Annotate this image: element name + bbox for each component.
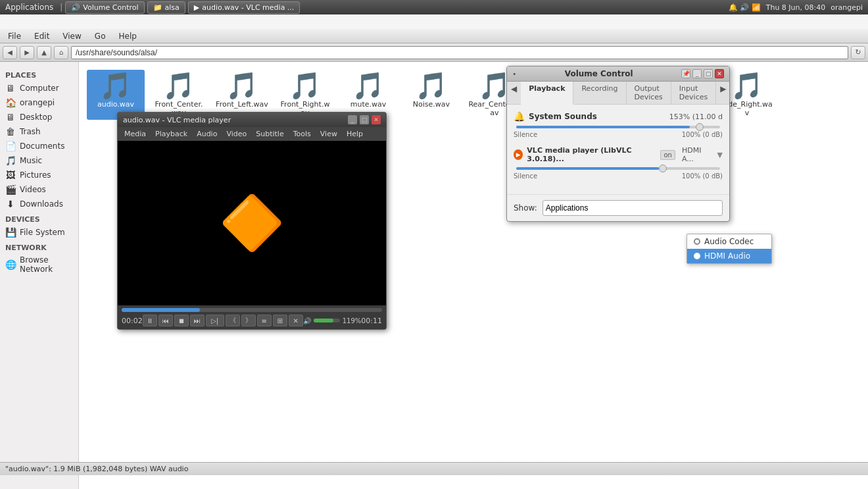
vc-tabs: ◀ Playback Recording Output Devices Inpu… <box>507 82 729 105</box>
up-button[interactable]: ▲ <box>37 46 51 59</box>
vlc-prev-button[interactable]: ⏮ <box>158 315 173 326</box>
sidebar-item-pictures[interactable]: 🖼 Pictures <box>0 168 78 182</box>
audio-codec-label: Audio Codec <box>704 237 754 246</box>
sidebar-item-orangepi[interactable]: 🏠 orangepi <box>0 95 78 110</box>
vlc-window: audio.wav - VLC media player _ □ ✕ Media… <box>117 112 387 330</box>
vlc-slider-fill <box>516 167 659 170</box>
system-sounds-slider[interactable] <box>516 126 720 128</box>
vlc-menu-subtitle[interactable]: Subtitle <box>252 128 287 140</box>
datetime: Thu 8 Jun, 08:40 <box>766 3 826 12</box>
vlc-fast-btn[interactable]: 》 <box>241 315 256 326</box>
vlc-frame-btn[interactable]: ▷| <box>206 315 224 326</box>
vlc-close-btn[interactable]: ✕ <box>289 315 303 326</box>
file-manager-menubar: File Edit View Go Help <box>0 29 868 43</box>
wav-file-icon: 🎵 <box>415 72 448 99</box>
vc-system-sounds-header: 🔔 System Sounds 153% (11.00 d <box>514 111 723 122</box>
wav-file-icon: 🎵 <box>99 72 132 99</box>
vc-pin-button[interactable]: 📌 <box>681 69 690 78</box>
audio-output-dropdown: Audio Codec HDMI Audio <box>687 234 772 264</box>
vc-maximize-button[interactable]: □ <box>704 69 713 78</box>
videos-icon: 🎬 <box>5 184 16 195</box>
vlc-seekbar[interactable] <box>122 308 382 312</box>
hdmi-audio-option[interactable]: HDMI Audio <box>687 249 771 263</box>
vc-content: 🔔 System Sounds 153% (11.00 d Silence 10… <box>507 105 729 194</box>
vlc-silence: Silence <box>514 172 537 180</box>
vlc-play-pause-button[interactable]: ⏸ <box>143 315 157 326</box>
vc-tab-output-devices[interactable]: Output Devices <box>627 82 671 104</box>
address-input[interactable]: /usr/share/sounds/alsa/ <box>71 46 848 59</box>
addressbar: ◀ ▶ ▲ ⌂ /usr/share/sounds/alsa/ ↻ <box>0 43 868 62</box>
vlc-slider[interactable] <box>516 167 720 170</box>
vlc-ext-btn[interactable]: ⊞ <box>273 315 287 326</box>
system-tray: 🔔 🔊 📶 <box>729 3 761 12</box>
vlc-menu-media[interactable]: Media <box>120 128 150 140</box>
vlc-menu-help[interactable]: Help <box>343 128 367 140</box>
vlc-playlist-btn[interactable]: ≡ <box>257 315 272 326</box>
file-noise[interactable]: 🎵 Noise.wav <box>402 70 460 120</box>
vc-tab-recording[interactable]: Recording <box>573 82 626 104</box>
taskbar-item-volume-control[interactable]: 🔊 Volume Control <box>65 1 144 14</box>
vc-tab-prev-arrow[interactable]: ◀ <box>507 82 521 104</box>
audio-codec-option[interactable]: Audio Codec <box>687 234 771 249</box>
sidebar-item-computer[interactable]: 🖥 Computer <box>0 81 78 95</box>
menu-edit[interactable]: Edit <box>29 30 55 42</box>
vc-tab-input-devices[interactable]: Input Devices <box>671 82 716 104</box>
vlc-minimize-button[interactable]: _ <box>348 115 357 124</box>
vlc-seekbar-fill <box>122 308 200 312</box>
taskbar-item-alsa[interactable]: 📁 alsa <box>147 1 185 14</box>
trash-icon: 🗑 <box>5 126 16 137</box>
sidebar-item-browse-network[interactable]: 🌐 Browse Network <box>0 253 78 276</box>
places-title: Places <box>0 67 78 81</box>
vlc-title: audio.wav - VLC media player <box>123 116 231 124</box>
vc-system-sounds-channel: 🔔 System Sounds 153% (11.00 d Silence 10… <box>514 111 723 138</box>
menu-file[interactable]: File <box>3 30 26 42</box>
sidebar-item-videos[interactable]: 🎬 Videos <box>0 182 78 197</box>
system-sounds-value: 153% (11.00 d <box>669 113 723 121</box>
reload-button[interactable]: ↻ <box>851 46 865 59</box>
vlc-dropdown-arrow[interactable]: ▼ <box>717 151 723 159</box>
sidebar-item-music[interactable]: 🎵 Music <box>0 153 78 168</box>
sidebar-item-downloads[interactable]: ⬇ Downloads <box>0 197 78 211</box>
downloads-icon: ⬇ <box>5 199 16 209</box>
vlc-stop-button[interactable]: ⏹ <box>174 315 189 326</box>
hdmi-audio-radio <box>694 253 700 259</box>
menu-view[interactable]: View <box>57 30 86 42</box>
sidebar-item-trash[interactable]: 🗑 Trash <box>0 124 78 139</box>
vlc-maximize-button[interactable]: □ <box>360 115 369 124</box>
vlc-menu-tools[interactable]: Tools <box>289 128 315 140</box>
vlc-menu-audio[interactable]: Audio <box>193 128 221 140</box>
vlc-device-label: HDMI A... <box>682 146 712 163</box>
vc-show-dropdown[interactable]: Applications <box>542 200 723 216</box>
music-icon: 🎵 <box>5 155 16 166</box>
taskbar-apps-label[interactable]: Applications <box>0 3 59 12</box>
vc-minimize-button[interactable]: _ <box>692 69 702 78</box>
menu-go[interactable]: Go <box>89 30 111 42</box>
system-sounds-slider-fill <box>516 126 690 128</box>
vc-tab-next-arrow[interactable]: ▶ <box>716 82 730 104</box>
sidebar-item-filesystem[interactable]: 💾 File System <box>0 225 78 240</box>
system-sounds-name: System Sounds <box>529 112 597 121</box>
sidebar-item-documents[interactable]: 📄 Documents <box>0 139 78 153</box>
vlc-slow-btn[interactable]: 《 <box>226 315 240 326</box>
vlc-menu-video[interactable]: Video <box>222 128 251 140</box>
taskbar-item-vlc[interactable]: ▶ audio.wav - VLC media ... <box>188 1 301 14</box>
devices-title: Devices <box>0 211 78 225</box>
vlc-close-button[interactable]: ✕ <box>372 115 381 124</box>
vc-close-button[interactable]: ✕ <box>715 69 724 78</box>
vlc-next-button[interactable]: ⏭ <box>190 315 205 326</box>
menu-help[interactable]: Help <box>113 30 141 42</box>
system-sounds-slider-thumb[interactable] <box>696 123 704 131</box>
vlc-menu-view[interactable]: View <box>316 128 341 140</box>
vlc-volume-bar[interactable] <box>314 319 340 322</box>
sidebar-item-desktop[interactable]: 🖥 Desktop <box>0 110 78 124</box>
vc-tab-playback[interactable]: Playback <box>521 82 573 105</box>
wav-file-icon: 🎵 <box>162 72 195 99</box>
vlc-channel-name: VLC media player (LibVLC 3.0.18)... <box>527 146 656 163</box>
taskbar: Applications | 🔊 Volume Control 📁 alsa ▶… <box>0 0 868 14</box>
back-button[interactable]: ◀ <box>3 46 17 59</box>
vc-vlc-channel: ▶ VLC media player (LibVLC 3.0.18)... on… <box>514 146 723 180</box>
forward-button[interactable]: ▶ <box>20 46 34 59</box>
home-button[interactable]: ⌂ <box>54 46 68 59</box>
vlc-menu-playback[interactable]: Playback <box>151 128 191 140</box>
vlc-slider-thumb[interactable] <box>659 165 667 172</box>
